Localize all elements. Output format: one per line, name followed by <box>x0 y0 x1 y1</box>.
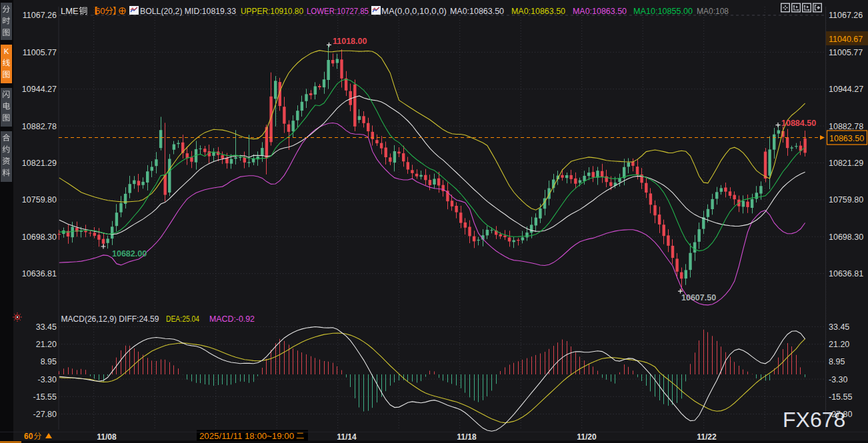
svg-text:10821.29: 10821.29 <box>22 159 57 168</box>
svg-text:-27.80: -27.80 <box>33 410 57 419</box>
svg-text:UPPER:10910.80: UPPER:10910.80 <box>241 6 303 16</box>
svg-text:-3.30: -3.30 <box>829 375 848 384</box>
svg-text:MACD:-0.92: MACD:-0.92 <box>209 314 255 324</box>
svg-text:11018.00: 11018.00 <box>333 37 367 46</box>
svg-text:10607.50: 10607.50 <box>681 293 716 302</box>
svg-text:LME: LME <box>61 6 79 16</box>
svg-text:60: 60 <box>24 432 33 441</box>
svg-text:DEA:25.04: DEA:25.04 <box>166 314 199 324</box>
svg-text:LOWER:10727.85: LOWER:10727.85 <box>307 6 369 16</box>
svg-text:33.45: 33.45 <box>829 322 849 332</box>
svg-text:11005.77: 11005.77 <box>23 48 57 57</box>
svg-text:8.95: 8.95 <box>41 357 57 366</box>
svg-text:-15.55: -15.55 <box>829 392 852 402</box>
svg-text:MA10:10855.00: MA10:10855.00 <box>633 6 693 16</box>
svg-text:8.95: 8.95 <box>829 357 845 366</box>
svg-text:11067.26: 11067.26 <box>23 11 57 20</box>
svg-text:33.45: 33.45 <box>36 322 57 332</box>
svg-text:60: 60 <box>95 6 105 16</box>
svg-text:10863.50: 10863.50 <box>829 134 864 143</box>
svg-text:10636.81: 10636.81 <box>829 269 863 278</box>
svg-text:10682.00: 10682.00 <box>112 249 147 258</box>
svg-text:10636.81: 10636.81 <box>22 269 57 278</box>
svg-text:10882.78: 10882.78 <box>22 122 57 131</box>
svg-text:10698.30: 10698.30 <box>22 232 57 242</box>
svg-text:FX678: FX678 <box>783 408 845 432</box>
svg-text:K: K <box>4 47 9 55</box>
svg-text:MA(0,0,0,10,0,0): MA(0,0,0,10,0,0) <box>381 6 447 16</box>
svg-text:11/14: 11/14 <box>337 432 357 442</box>
svg-text:21.20: 21.20 <box>36 340 57 349</box>
svg-text:10821.29: 10821.29 <box>829 159 863 168</box>
svg-text:11005.77: 11005.77 <box>829 48 863 57</box>
svg-text:10944.27: 10944.27 <box>22 85 57 94</box>
svg-text:MA0:108: MA0:108 <box>697 6 729 16</box>
svg-text:10944.27: 10944.27 <box>829 85 863 94</box>
svg-text:-3.30: -3.30 <box>38 375 57 384</box>
svg-text:-15.55: -15.55 <box>33 392 57 402</box>
svg-text:21.20: 21.20 <box>829 340 849 349</box>
svg-text:10882.78: 10882.78 <box>829 122 863 131</box>
svg-text:MA0:10863.50: MA0:10863.50 <box>511 6 565 16</box>
svg-text:10759.80: 10759.80 <box>829 195 863 205</box>
svg-text:11/22: 11/22 <box>697 432 717 442</box>
svg-text:11067.26: 11067.26 <box>829 11 863 20</box>
svg-text:11/08: 11/08 <box>97 432 117 442</box>
svg-text:10759.80: 10759.80 <box>22 195 57 205</box>
svg-text:MACD(26,12,9) DIFF:24.59: MACD(26,12,9) DIFF:24.59 <box>61 314 159 324</box>
svg-text:10884.50: 10884.50 <box>781 119 816 128</box>
svg-text:11040.67: 11040.67 <box>829 35 863 44</box>
svg-text:MA0:10863.50: MA0:10863.50 <box>450 6 504 16</box>
svg-text:BOLL(20,2) MID:10819.33: BOLL(20,2) MID:10819.33 <box>140 6 236 16</box>
svg-text:10698.30: 10698.30 <box>829 232 863 242</box>
svg-text:11/20: 11/20 <box>577 432 597 442</box>
svg-text:MA0:10863.50: MA0:10863.50 <box>573 6 627 16</box>
svg-text:11/18: 11/18 <box>457 432 477 442</box>
svg-text:2025/11/11 18:00~19:00: 2025/11/11 18:00~19:00 <box>199 432 294 441</box>
